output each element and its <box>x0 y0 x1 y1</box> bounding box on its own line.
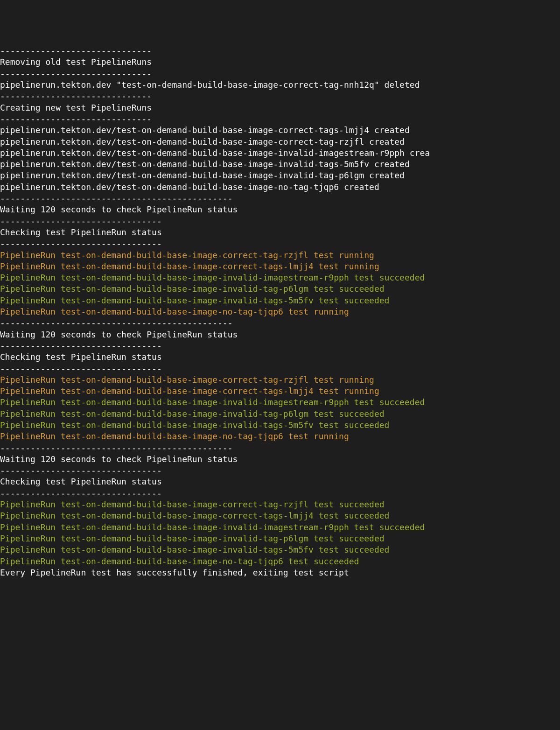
log-line: PipelineRun test-on-demand-build-base-im… <box>0 499 560 510</box>
log-line: PipelineRun test-on-demand-build-base-im… <box>0 386 560 397</box>
log-line: -------------------------------- <box>0 488 560 499</box>
log-line: -------------------------------- <box>0 216 560 227</box>
log-line: PipelineRun test-on-demand-build-base-im… <box>0 306 560 317</box>
log-line: pipelinerun.tekton.dev/test-on-demand-bu… <box>0 182 560 193</box>
log-line: Waiting 120 seconds to check PipelineRun… <box>0 454 560 465</box>
log-line: Checking test PipelineRun status <box>0 476 560 487</box>
log-line: PipelineRun test-on-demand-build-base-im… <box>0 510 560 521</box>
log-line: PipelineRun test-on-demand-build-base-im… <box>0 522 560 533</box>
log-line: Creating new test PipelineRuns <box>0 102 560 113</box>
log-line: PipelineRun test-on-demand-build-base-im… <box>0 408 560 420</box>
log-line: PipelineRun test-on-demand-build-base-im… <box>0 431 560 442</box>
log-line: ----------------------------------------… <box>0 442 560 454</box>
log-line: -------------------------------- <box>0 363 560 374</box>
log-line: -------------------------------- <box>0 238 560 249</box>
log-line: ----------------------------------------… <box>0 193 560 204</box>
terminal-output: ------------------------------Removing o… <box>0 45 560 578</box>
log-line: PipelineRun test-on-demand-build-base-im… <box>0 250 560 261</box>
log-line: PipelineRun test-on-demand-build-base-im… <box>0 544 560 555</box>
log-line: pipelinerun.tekton.dev/test-on-demand-bu… <box>0 147 560 159</box>
log-line: pipelinerun.tekton.dev/test-on-demand-bu… <box>0 136 560 147</box>
log-line: Every PipelineRun test has successfully … <box>0 567 560 578</box>
log-line: PipelineRun test-on-demand-build-base-im… <box>0 374 560 386</box>
log-line: pipelinerun.tekton.dev/test-on-demand-bu… <box>0 170 560 181</box>
log-line: PipelineRun test-on-demand-build-base-im… <box>0 556 560 567</box>
log-line: PipelineRun test-on-demand-build-base-im… <box>0 272 560 283</box>
log-line: ------------------------------ <box>0 45 560 56</box>
log-line: ------------------------------ <box>0 68 560 79</box>
log-line: pipelinerun.tekton.dev/test-on-demand-bu… <box>0 159 560 170</box>
log-line: ----------------------------------------… <box>0 317 560 329</box>
log-line: Checking test PipelineRun status <box>0 227 560 238</box>
log-line: Removing old test PipelineRuns <box>0 56 560 68</box>
log-line: PipelineRun test-on-demand-build-base-im… <box>0 533 560 544</box>
log-line: Checking test PipelineRun status <box>0 351 560 363</box>
log-line: PipelineRun test-on-demand-build-base-im… <box>0 261 560 272</box>
log-line: pipelinerun.tekton.dev/test-on-demand-bu… <box>0 125 560 136</box>
log-line: ------------------------------ <box>0 113 560 125</box>
log-line: -------------------------------- <box>0 340 560 351</box>
log-line: PipelineRun test-on-demand-build-base-im… <box>0 283 560 295</box>
log-line: PipelineRun test-on-demand-build-base-im… <box>0 295 560 306</box>
log-line: pipelinerun.tekton.dev "test-on-demand-b… <box>0 79 560 91</box>
log-line: PipelineRun test-on-demand-build-base-im… <box>0 397 560 408</box>
log-line: ------------------------------ <box>0 91 560 102</box>
log-line: Waiting 120 seconds to check PipelineRun… <box>0 204 560 215</box>
log-line: PipelineRun test-on-demand-build-base-im… <box>0 420 560 431</box>
log-line: Waiting 120 seconds to check PipelineRun… <box>0 329 560 340</box>
log-line: -------------------------------- <box>0 465 560 476</box>
